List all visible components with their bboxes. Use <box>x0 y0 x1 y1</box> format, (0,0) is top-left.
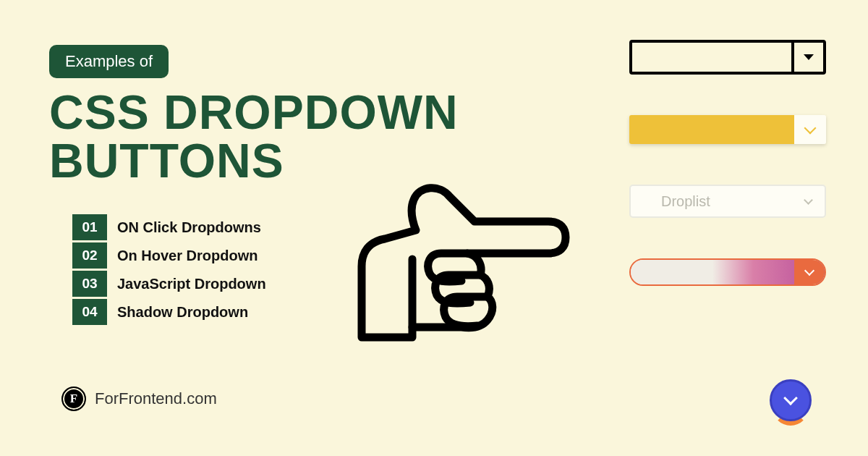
brand: F ForFrontend.com <box>61 387 217 411</box>
page-title: CSS DROPDOWN BUTTONS <box>49 88 459 186</box>
list-item: 04 Shadow Dropdown <box>72 299 266 325</box>
chevron-down-icon <box>804 195 813 205</box>
list-label: Shadow Dropdown <box>117 304 248 321</box>
feature-list: 01 ON Click Dropdowns 02 On Hover Dropdo… <box>72 214 266 327</box>
dropdown-body <box>629 115 794 144</box>
dropdown-yellow-example[interactable] <box>629 115 826 144</box>
dropdown-circle-example[interactable] <box>770 379 812 421</box>
list-number: 03 <box>72 271 107 297</box>
brand-logo-icon: F <box>61 387 86 411</box>
dropdown-toggle[interactable] <box>770 379 812 421</box>
list-number: 02 <box>72 242 107 269</box>
eyebrow-badge: Examples of <box>49 45 169 78</box>
title-line-1: CSS DROPDOWN <box>49 85 459 139</box>
pointing-hand-icon <box>333 172 571 346</box>
dropdown-toggle[interactable] <box>794 115 826 144</box>
list-item: 01 ON Click Dropdowns <box>72 214 266 240</box>
dropdown-outline-example[interactable] <box>629 40 826 75</box>
title-line-2: BUTTONS <box>49 134 284 187</box>
dropdown-body <box>631 260 794 284</box>
list-label: On Hover Dropdown <box>117 248 258 264</box>
dropdown-droplist-example[interactable]: Droplist <box>629 185 826 218</box>
list-label: ON Click Dropdowns <box>117 219 261 236</box>
brand-name: ForFrontend.com <box>95 389 217 408</box>
list-number: 01 <box>72 214 107 240</box>
chevron-down-icon <box>783 391 798 405</box>
list-item: 02 On Hover Dropdown <box>72 242 266 269</box>
list-number: 04 <box>72 299 107 325</box>
dropdown-label: Droplist <box>661 193 710 210</box>
chevron-down-icon <box>804 122 817 135</box>
list-item: 03 JavaScript Dropdown <box>72 271 266 297</box>
list-label: JavaScript Dropdown <box>117 276 266 292</box>
dropdown-toggle[interactable] <box>794 260 825 284</box>
dropdown-toggle[interactable] <box>791 43 823 72</box>
dropdown-examples: Droplist <box>629 40 826 286</box>
dropdown-pill-wrap <box>629 258 826 286</box>
caret-down-icon <box>804 54 814 60</box>
dropdown-body <box>632 43 791 72</box>
dropdown-pill-example[interactable] <box>629 258 826 286</box>
chevron-down-icon <box>804 266 814 276</box>
